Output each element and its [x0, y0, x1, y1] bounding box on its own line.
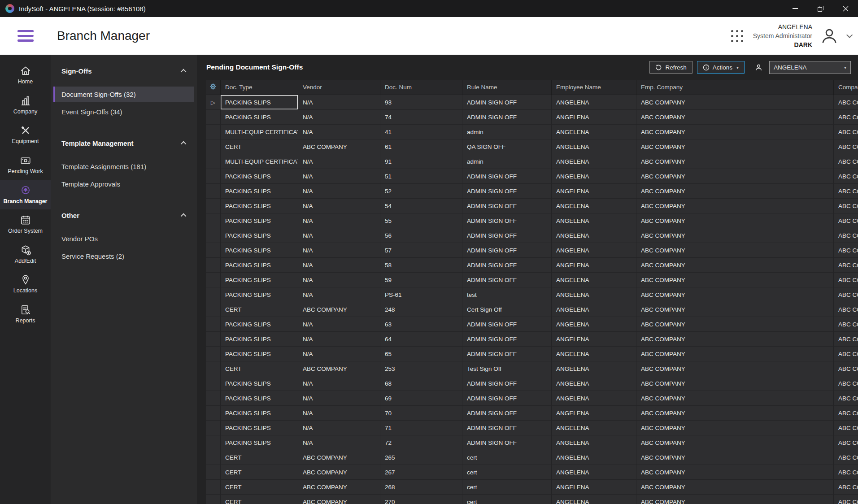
cell-doc-type[interactable]: PACKING SLIPS — [221, 435, 298, 450]
section-header-other[interactable]: Other — [51, 207, 197, 224]
cell-doc-type[interactable]: MULTI-EQUIP CERTIFICATE — [221, 125, 298, 139]
cell-doc-num[interactable]: 74 — [380, 110, 462, 124]
rail-item-equipment[interactable]: Equipment — [0, 120, 51, 150]
cell-doc-type[interactable]: CERT — [221, 450, 298, 465]
grid-row-22[interactable]: PACKING SLIPSN/A70ADMIN SIGN OFFANGELENA… — [206, 406, 858, 421]
cell-doc-type[interactable]: PACKING SLIPS — [221, 258, 298, 272]
cell-emp-company[interactable]: ABC COMPANY — [636, 376, 834, 391]
cell-vendor[interactable]: N/A — [298, 376, 380, 391]
cell-doc-type[interactable]: PACKING SLIPS — [221, 184, 298, 198]
grid-row-2[interactable]: PACKING SLIPSN/A74ADMIN SIGN OFFANGELENA… — [206, 110, 858, 125]
cell-doc-type[interactable]: PACKING SLIPS — [221, 406, 298, 420]
cell-vendor[interactable]: N/A — [298, 125, 380, 139]
cell-employee-name[interactable]: ANGELENA — [552, 228, 636, 243]
cell-employee-name[interactable]: ANGELENA — [552, 258, 636, 272]
cell-doc-type[interactable]: PACKING SLIPS — [221, 169, 298, 183]
cell-rule-name[interactable]: ADMIN SIGN OFF — [462, 435, 552, 450]
rail-item-order-system[interactable]: Order System — [0, 209, 51, 239]
cell-vendor[interactable]: N/A — [298, 184, 380, 198]
cell-rule-name[interactable]: ADMIN SIGN OFF — [462, 421, 552, 435]
cell-doc-num[interactable]: 61 — [380, 139, 462, 154]
cell-doc-type[interactable]: PACKING SLIPS — [221, 110, 298, 124]
cell-doc-type[interactable]: CERT — [221, 465, 298, 479]
cell-employee-name[interactable]: ANGELENA — [552, 332, 636, 346]
column-header-employee-name[interactable]: Employee Name — [552, 80, 636, 95]
user-filter-combobox[interactable]: ANGELENA ▾ — [769, 61, 851, 74]
cell-company[interactable]: ABC COMPANY — [834, 347, 858, 361]
cell-doc-type[interactable]: PACKING SLIPS — [221, 347, 298, 361]
cell-doc-type[interactable]: CERT — [221, 361, 298, 376]
cell-doc-type[interactable]: PACKING SLIPS — [221, 95, 298, 109]
cell-emp-company[interactable]: ABC COMPANY — [636, 184, 834, 198]
cell-company[interactable]: ABC COMPANY — [834, 376, 858, 391]
cell-employee-name[interactable]: ANGELENA — [552, 154, 636, 169]
cell-doc-type[interactable]: PACKING SLIPS — [221, 228, 298, 243]
cell-doc-num[interactable]: PS-61 — [380, 287, 462, 302]
grid-row-14[interactable]: PACKING SLIPSN/APS-61testANGELENAABC COM… — [206, 287, 858, 302]
rail-item-pending-work[interactable]: Pending Work — [0, 150, 51, 180]
cell-company[interactable]: ABC COMPANY — [834, 450, 858, 465]
cell-doc-num[interactable]: 68 — [380, 376, 462, 391]
cell-company[interactable]: ABC COMPANY — [834, 391, 858, 405]
user-filter-icon-button[interactable] — [754, 63, 763, 72]
cell-employee-name[interactable]: ANGELENA — [552, 406, 636, 420]
cell-doc-num[interactable]: 268 — [380, 480, 462, 494]
cell-rule-name[interactable]: ADMIN SIGN OFF — [462, 332, 552, 346]
cell-vendor[interactable]: ABC COMPANY — [298, 480, 380, 494]
cell-emp-company[interactable]: ABC COMPANY — [636, 169, 834, 183]
cell-company[interactable]: ABC COMPANY — [834, 199, 858, 213]
cell-emp-company[interactable]: ABC COMPANY — [636, 287, 834, 302]
cell-doc-type[interactable]: PACKING SLIPS — [221, 243, 298, 257]
cell-emp-company[interactable]: ABC COMPANY — [636, 302, 834, 317]
cell-doc-num[interactable]: 248 — [380, 302, 462, 317]
cell-employee-name[interactable]: ANGELENA — [552, 184, 636, 198]
grid-row-27[interactable]: CERTABC COMPANY268certANGELENAABC COMPAN… — [206, 480, 858, 495]
cell-employee-name[interactable]: ANGELENA — [552, 361, 636, 376]
cell-emp-company[interactable]: ABC COMPANY — [636, 199, 834, 213]
sidebar-item-document-sign-offs-32[interactable]: Document Sign-Offs (32) — [53, 87, 194, 102]
column-header-emp-company[interactable]: Emp. Company — [636, 80, 834, 95]
cell-employee-name[interactable]: ANGELENA — [552, 287, 636, 302]
cell-rule-name[interactable]: admin — [462, 125, 552, 139]
cell-emp-company[interactable]: ABC COMPANY — [636, 332, 834, 346]
grid-row-10[interactable]: PACKING SLIPSN/A56ADMIN SIGN OFFANGELENA… — [206, 228, 858, 243]
column-header-vendor[interactable]: Vendor — [298, 80, 380, 95]
cell-doc-num[interactable]: 58 — [380, 258, 462, 272]
cell-emp-company[interactable]: ABC COMPANY — [636, 228, 834, 243]
cell-company[interactable]: ABC COMPANY — [834, 317, 858, 331]
cell-employee-name[interactable]: ANGELENA — [552, 110, 636, 124]
cell-rule-name[interactable]: ADMIN SIGN OFF — [462, 184, 552, 198]
cell-vendor[interactable]: N/A — [298, 406, 380, 420]
cell-company[interactable]: ABC COMPANY — [834, 125, 858, 139]
cell-doc-type[interactable]: PACKING SLIPS — [221, 421, 298, 435]
cell-rule-name[interactable]: ADMIN SIGN OFF — [462, 406, 552, 420]
cell-company[interactable]: ABC COMPANY — [834, 302, 858, 317]
cell-doc-num[interactable]: 54 — [380, 199, 462, 213]
cell-doc-num[interactable]: 253 — [380, 361, 462, 376]
cell-doc-type[interactable]: PACKING SLIPS — [221, 376, 298, 391]
cell-doc-num[interactable]: 51 — [380, 169, 462, 183]
cell-rule-name[interactable]: Cert Sign Off — [462, 302, 552, 317]
cell-doc-type[interactable]: PACKING SLIPS — [221, 317, 298, 331]
cell-rule-name[interactable]: ADMIN SIGN OFF — [462, 391, 552, 405]
cell-vendor[interactable]: N/A — [298, 110, 380, 124]
apps-grid-icon[interactable] — [731, 30, 743, 42]
cell-company[interactable]: ABC COMPANY — [834, 435, 858, 450]
cell-emp-company[interactable]: ABC COMPANY — [636, 154, 834, 169]
cell-employee-name[interactable]: ANGELENA — [552, 302, 636, 317]
chevron-down-icon[interactable] — [846, 32, 853, 38]
cell-rule-name[interactable]: cert — [462, 465, 552, 479]
cell-emp-company[interactable]: ABC COMPANY — [636, 213, 834, 228]
cell-doc-num[interactable]: 72 — [380, 435, 462, 450]
sidebar-item-template-approvals[interactable]: Template Approvals — [53, 176, 194, 192]
cell-emp-company[interactable]: ABC COMPANY — [636, 406, 834, 420]
cell-doc-num[interactable]: 55 — [380, 213, 462, 228]
cell-vendor[interactable]: N/A — [298, 154, 380, 169]
cell-employee-name[interactable]: ANGELENA — [552, 391, 636, 405]
cell-company[interactable]: ABC COMPANY — [834, 213, 858, 228]
cell-company[interactable]: ABC COMPANY — [834, 258, 858, 272]
cell-emp-company[interactable]: ABC COMPANY — [636, 243, 834, 257]
cell-company[interactable]: ABC COMPANY — [834, 465, 858, 479]
cell-employee-name[interactable]: ANGELENA — [552, 376, 636, 391]
cell-doc-type[interactable]: CERT — [221, 302, 298, 317]
